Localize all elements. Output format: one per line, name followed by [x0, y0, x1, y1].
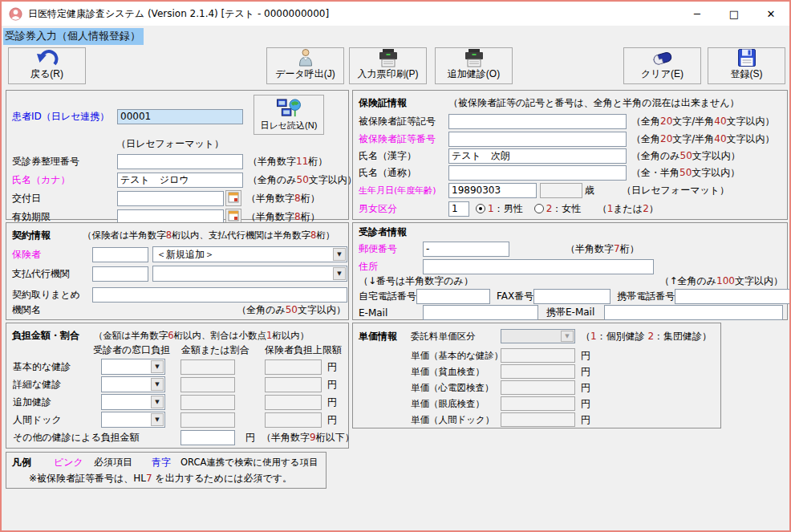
birth-date-label: 生年月日(年度年齢)	[359, 185, 448, 197]
yen-suffix: 円	[327, 413, 337, 427]
kana-name-hint: （全角のみ50文字以内）	[248, 173, 357, 187]
birth-date-input[interactable]	[448, 183, 537, 198]
yen-suffix: 円	[327, 378, 337, 392]
ticket-number-label: 受診券整理番号	[12, 155, 117, 169]
contract-org-label-line2: 機関名	[12, 303, 92, 317]
burden-detail-select[interactable]: ▼	[101, 376, 165, 392]
window-controls: ─ □ ✕	[679, 2, 789, 26]
burden-dock-amount	[181, 412, 235, 428]
maximize-button[interactable]: □	[716, 2, 752, 26]
gender-female-radio[interactable]	[534, 204, 544, 213]
legend-blue-word: 青字	[152, 456, 181, 469]
burden-title: 負担金額・割合	[12, 329, 94, 343]
address-label: 住所	[359, 260, 423, 274]
additional-exam-button[interactable]: 追加健診(O)	[435, 47, 513, 84]
payment-agency-select[interactable]: ▼	[152, 266, 347, 282]
unit-price-basic-value	[501, 348, 575, 363]
legend-note: ※被保険者証等番号は、HL7 を出力するためには必須です。	[29, 472, 292, 485]
unit-price-row-label: 単価（人間ドック）	[411, 414, 494, 426]
print-form-button[interactable]: 入力票印刷(P)	[349, 47, 427, 84]
issue-date-input[interactable]	[117, 191, 224, 206]
contract-org-input[interactable]	[92, 287, 347, 303]
mobile-phone-input[interactable]	[675, 289, 791, 304]
insurer-code-input[interactable]	[92, 247, 148, 262]
patient-id-label: 患者ID（日レセ連携）	[12, 110, 117, 124]
printer-icon	[378, 48, 399, 67]
nichirese-format-note: （日レセフォーマット）	[116, 137, 224, 151]
other-burden-hint: （半角数字9桁以下）	[262, 431, 355, 445]
burden-basic-select[interactable]: ▼	[101, 359, 165, 375]
insured-number-hint: （全角20文字/半角40文字以内）	[631, 132, 775, 146]
yen-suffix: 円	[327, 360, 337, 374]
patient-panel: 患者ID（日レセ連携） 日レセ読込(N) （日レセフォーマット） 受診券整理番号…	[6, 90, 349, 220]
burden-basic-max	[265, 359, 322, 375]
insured-symbol-input[interactable]	[448, 114, 627, 129]
clear-button[interactable]: クリア(E)	[623, 47, 701, 84]
gender-female-label: 2：女性	[546, 202, 598, 216]
issue-date-calendar-button[interactable]	[225, 190, 241, 206]
gender-male-label: 1：男性	[488, 202, 523, 216]
gender-hint: （1または2）	[598, 202, 659, 216]
burden-basic-amount	[181, 359, 235, 375]
home-phone-input[interactable]	[416, 289, 490, 304]
fax-label: FAX番号	[497, 290, 533, 303]
insurance-card-note: （被保険者証等の記号と番号は、全角と半角の混在は出来ません）	[448, 96, 740, 110]
yen-suffix: 円	[245, 431, 255, 445]
burden-additional-amount	[181, 395, 235, 410]
burden-panel: 負担金額・割合 （金額は半角数字6桁以内、割合は小数点1桁以内） 受診者の窓口負…	[6, 323, 349, 449]
patient-id-input[interactable]	[117, 109, 243, 124]
burden-detail-amount	[181, 377, 235, 392]
burden-col-amount: 金額または割合	[181, 343, 249, 357]
burden-dock-max	[265, 412, 322, 428]
home-phone-label: 自宅電話番号	[359, 290, 416, 303]
unit-price-panel: 単価情報 委託料単価区分 ▼ （1：個別健診 2：集団健診） 単価（基本的な健診…	[352, 323, 721, 428]
insured-number-input[interactable]	[448, 132, 627, 147]
data-recall-button[interactable]: データ呼出(J)	[266, 47, 344, 84]
legend-blue-desc: ORCA連携で検索に使用する項目	[181, 457, 318, 469]
unit-price-ecg-value	[501, 380, 575, 395]
alias-name-input[interactable]	[448, 165, 627, 181]
email-input[interactable]	[423, 305, 538, 320]
burden-detail-max	[265, 377, 322, 392]
email-label: E-Mail	[359, 307, 423, 319]
postal-code-label: 郵便番号	[359, 242, 423, 256]
insurer-select[interactable]: ＜新規追加＞ ▼	[152, 246, 347, 262]
legend-pink-word: ピンク	[54, 456, 94, 469]
calendar-icon	[228, 210, 239, 224]
mobile-email-input[interactable]	[604, 305, 783, 320]
kanji-name-input[interactable]	[448, 148, 627, 164]
expiry-label: 有効期限	[12, 210, 117, 224]
fax-input[interactable]	[533, 289, 610, 304]
age-suffix: 歳	[585, 184, 622, 197]
page-title: 受診券入力（個人情報登録）	[3, 28, 144, 45]
ticket-number-input[interactable]	[117, 154, 243, 169]
burden-additional-select[interactable]: ▼	[101, 394, 165, 410]
register-button[interactable]: 登録(S)	[708, 47, 785, 84]
payment-agency-label: 支払代行機関	[12, 267, 92, 281]
phone-note: （↓番号は半角数字のみ）	[359, 274, 473, 288]
burden-dock-select[interactable]: ▼	[101, 412, 165, 428]
address-input[interactable]	[423, 259, 654, 274]
legend-box: 凡例 ピンク 必須項目 青字 ORCA連携で検索に使用する項目 ※被保険者証等番…	[6, 452, 327, 489]
kana-name-input[interactable]	[117, 173, 243, 188]
payment-agency-code-input[interactable]	[92, 266, 148, 282]
alias-name-hint: （全・半角50文字以内）	[631, 166, 740, 180]
gender-input[interactable]	[448, 201, 469, 217]
insurance-card-title: 保険証情報	[359, 96, 448, 110]
nichirese-read-button[interactable]: 日レセ読込(N)	[254, 95, 324, 135]
expiry-hint: （半角数字8桁）	[246, 210, 320, 224]
other-burden-input[interactable]	[181, 430, 235, 445]
legend-pink-desc: 必須項目	[94, 456, 152, 469]
other-burden-label: その他の健診による負担金額	[13, 431, 140, 445]
close-button[interactable]: ✕	[752, 2, 789, 26]
chevron-down-icon: ▼	[151, 360, 164, 373]
mobile-phone-label: 携帯電話番号	[617, 290, 675, 303]
fee-category-select[interactable]: ▼	[501, 329, 575, 343]
back-button[interactable]: 戻る(R)	[8, 47, 86, 84]
insured-number-label: 被保険者証等番号	[359, 132, 448, 146]
postal-code-input[interactable]	[423, 242, 509, 257]
insured-symbol-hint: （全角20文字/半角40文字以内）	[631, 115, 775, 128]
unit-price-dock-value	[501, 412, 575, 427]
gender-male-radio[interactable]	[476, 204, 485, 213]
minimize-button[interactable]: ─	[679, 2, 716, 26]
